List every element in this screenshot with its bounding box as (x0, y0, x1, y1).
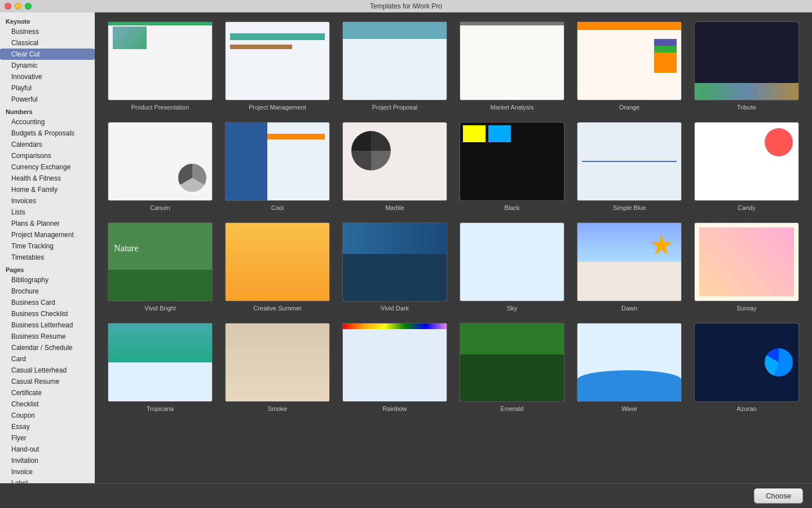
close-button[interactable] (5, 3, 11, 10)
template-label: Market Analysis (490, 104, 533, 111)
sidebar-item-card[interactable]: Card (0, 353, 95, 365)
template-item[interactable]: Dawn (575, 222, 683, 312)
sidebar-item-business[interactable]: Business (0, 26, 95, 37)
sidebar-item-classical[interactable]: Classical (0, 37, 95, 49)
template-label: Azurao (737, 405, 757, 412)
template-item[interactable]: Azurao (692, 323, 801, 412)
template-label: Tropicana (147, 405, 174, 412)
sidebar-item-hand-out[interactable]: Hand-out (0, 444, 95, 455)
sidebar-item-certificate[interactable]: Certificate (0, 387, 95, 398)
sidebar-item-bibliography[interactable]: Bibliography (0, 274, 95, 286)
template-thumbnail (694, 21, 799, 100)
sidebar-item-comparisons[interactable]: Comparisons (0, 150, 95, 161)
sidebar-item-business-letterhead[interactable]: Business Letterhead (0, 319, 95, 331)
template-label: Rainbow (383, 405, 407, 412)
template-item[interactable]: Orange (575, 21, 683, 111)
sidebar-item-innovative[interactable]: Innovative (0, 71, 95, 82)
template-thumbnail-image (695, 22, 798, 100)
template-thumbnail (460, 21, 564, 100)
template-thumbnail (577, 21, 682, 100)
template-item[interactable]: Product Presentation (106, 21, 214, 111)
sidebar-item-plans-planner[interactable]: Plans & Planner (0, 218, 95, 229)
template-label: Black (505, 204, 520, 211)
template-thumbnail-image (577, 22, 681, 100)
sidebar-item-dynamic[interactable]: Dynamic (0, 60, 95, 71)
template-item[interactable]: Project Proposal (341, 21, 449, 111)
template-thumbnail-image (108, 22, 212, 100)
template-item[interactable]: Sunray (692, 222, 801, 312)
template-thumbnail (225, 222, 330, 301)
template-item[interactable]: Cool (223, 122, 332, 211)
template-item[interactable]: Marble (341, 122, 449, 211)
sidebar-item-casual-resume[interactable]: Casual Resume (0, 376, 95, 387)
template-grid: Product PresentationProject ManagementPr… (106, 21, 801, 412)
sidebar-item-label[interactable]: Label (0, 478, 95, 483)
template-item[interactable]: Tribute (692, 21, 801, 111)
template-label: Vivid Bright (144, 305, 175, 312)
maximize-button[interactable] (25, 3, 32, 10)
template-item[interactable]: Tropicana (106, 323, 214, 412)
template-item[interactable]: Sky (458, 222, 566, 312)
template-label: Product Presentation (131, 104, 189, 111)
template-item[interactable]: Rainbow (341, 323, 449, 412)
sidebar-item-budgets-proposals[interactable]: Budgets & Proposals (0, 128, 95, 139)
sidebar-item-invoices[interactable]: Invoices (0, 195, 95, 207)
sidebar-item-invoice[interactable]: Invoice (0, 466, 95, 478)
sidebar-item-lists[interactable]: Lists (0, 207, 95, 218)
choose-button[interactable]: Choose (754, 488, 803, 503)
template-item[interactable]: Wave (575, 323, 683, 412)
titlebar: Templates for iWork Pro (0, 0, 812, 12)
sidebar-item-currency-exchange[interactable]: Currency Exchange (0, 161, 95, 173)
template-item[interactable]: Vivid Bright (106, 222, 214, 312)
sidebar-item-invitation[interactable]: Invitation (0, 455, 95, 466)
sidebar: KeynoteBusinessClassicalClear CutDynamic… (0, 12, 95, 483)
sidebar-item-health-fitness[interactable]: Health & Fitness (0, 173, 95, 184)
sidebar-item-time-tracking[interactable]: Time Tracking (0, 240, 95, 252)
sidebar-item-casual-letterhead[interactable]: Casual Letterhead (0, 365, 95, 376)
sidebar-item-calendars[interactable]: Calendars (0, 139, 95, 150)
sidebar-item-powerful[interactable]: Powerful (0, 94, 95, 105)
sidebar-item-timetables[interactable]: Timetables (0, 252, 95, 263)
template-label: Smoke (268, 405, 287, 412)
sidebar-item-accounting[interactable]: Accounting (0, 116, 95, 128)
template-thumbnail (108, 323, 213, 402)
sidebar-item-checklist[interactable]: Checklist (0, 398, 95, 410)
template-thumbnail (577, 323, 682, 402)
sidebar-item-business-resume[interactable]: Business Resume (0, 331, 95, 342)
template-thumbnail (225, 323, 330, 402)
template-thumbnail (694, 323, 799, 402)
sidebar-item-clear-cut[interactable]: Clear Cut (0, 49, 95, 60)
minimize-button[interactable] (15, 3, 21, 10)
template-item[interactable]: Market Analysis (458, 21, 566, 111)
template-item[interactable]: Smoke (223, 323, 332, 412)
template-item[interactable]: Creative Summer (223, 222, 332, 312)
template-item[interactable]: Canum (106, 122, 214, 211)
sidebar-item-home-family[interactable]: Home & Family (0, 184, 95, 195)
sidebar-item-essay[interactable]: Essay (0, 421, 95, 432)
sidebar-item-project-management[interactable]: Project Management (0, 229, 95, 240)
sidebar-item-brochure[interactable]: Brochure (0, 286, 95, 297)
template-item[interactable]: Emerald (458, 323, 566, 412)
template-item[interactable]: Candy (692, 122, 801, 211)
template-thumbnail-image (460, 22, 564, 100)
template-label: Wave (621, 405, 637, 412)
sidebar-item-coupon[interactable]: Coupon (0, 410, 95, 421)
template-thumbnail-image (108, 323, 212, 401)
sidebar-item-playful[interactable]: Playful (0, 82, 95, 94)
template-item[interactable]: Vivid Dark (341, 222, 449, 312)
sidebar-item-flyer[interactable]: Flyer (0, 432, 95, 444)
template-thumbnail (342, 21, 447, 100)
template-thumbnail-image (460, 223, 564, 301)
template-item[interactable]: Black (458, 122, 566, 211)
template-thumbnail (342, 222, 447, 301)
window-controls (5, 3, 32, 10)
template-thumbnail-image (108, 223, 212, 301)
template-item[interactable]: Simple Blue (575, 122, 683, 211)
sidebar-item-business-checklist[interactable]: Business Checklist (0, 308, 95, 319)
template-item[interactable]: Project Management (223, 21, 332, 111)
sidebar-item-calendar-schedule[interactable]: Calendar / Schedule (0, 342, 95, 353)
template-thumbnail (577, 122, 682, 201)
template-thumbnail-image (343, 223, 447, 301)
sidebar-item-business-card[interactable]: Business Card (0, 297, 95, 308)
template-thumbnail (225, 122, 330, 201)
